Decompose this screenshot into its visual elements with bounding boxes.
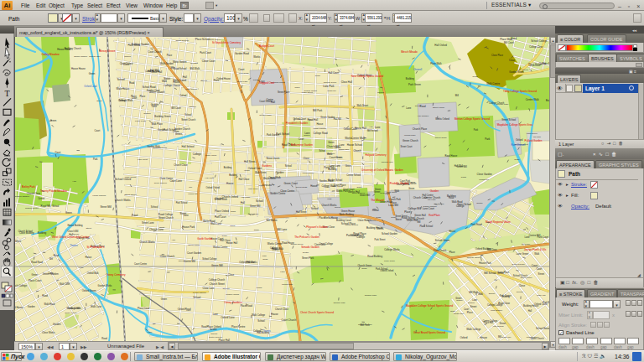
svg-text:House House: House House — [71, 67, 86, 70]
svg-text:Park: Park — [485, 137, 491, 141]
svg-text:Lane: Lane — [472, 298, 477, 302]
svg-text:Close: Close — [518, 284, 525, 287]
svg-text:Street Close: Street Close — [435, 137, 447, 139]
svg-text:Place Court: Place Court — [138, 307, 150, 310]
svg-text:Park Court: Park Court — [346, 234, 358, 237]
svg-text:Church: Church — [200, 80, 208, 82]
svg-text:Hall: Hall — [241, 201, 245, 204]
svg-text:Walk Green: Walk Green — [527, 132, 538, 135]
svg-text:Place: Place — [167, 54, 173, 57]
svg-text:Green Works: Green Works — [188, 244, 200, 246]
svg-text:University of Oxford Botanic G: University of Oxford Botanic Garden — [361, 168, 403, 172]
svg-text:Green: Green — [31, 273, 38, 277]
svg-text:Place Oxford: Place Oxford — [215, 209, 229, 213]
svg-text:The Pelican's Garden: The Pelican's Garden — [294, 235, 319, 239]
svg-text:Centre: Centre — [303, 251, 309, 254]
svg-text:Rugged Oast: Rugged Oast — [259, 81, 274, 85]
svg-text:Court Green: Court Green — [259, 100, 272, 103]
svg-text:Street Place: Street Place — [278, 90, 290, 94]
svg-text:Road Park: Road Park — [454, 313, 465, 315]
svg-text:Building: Building — [229, 173, 237, 177]
svg-text:Walk Centre: Walk Centre — [486, 82, 500, 85]
svg-text:Close Place: Close Place — [491, 54, 504, 57]
svg-text:Walk House: Walk House — [117, 87, 130, 90]
svg-text:Garden: Garden — [189, 106, 196, 108]
svg-text:Mill Place: Mill Place — [522, 243, 531, 246]
svg-text:Simods Garden: Simods Garden — [301, 246, 319, 249]
svg-text:Road: Road — [201, 325, 207, 328]
svg-text:Lane: Lane — [406, 106, 411, 110]
svg-text:Lane: Lane — [213, 313, 219, 316]
svg-text:Lane Green: Lane Green — [517, 252, 529, 256]
svg-text:Road: Road — [473, 75, 478, 78]
svg-text:Green: Green — [408, 187, 415, 190]
svg-text:Works Hall: Works Hall — [348, 190, 360, 194]
svg-text:Oxford Canal: Oxford Canal — [84, 85, 97, 88]
svg-text:Walk: Walk — [262, 255, 267, 257]
svg-text:Street: Street — [538, 272, 545, 276]
svg-text:School: School — [319, 149, 326, 153]
svg-text:Court Church: Court Church — [148, 50, 162, 54]
svg-text:Close Hall: Close Hall — [151, 70, 163, 74]
svg-text:The Mound: The Mound — [371, 199, 384, 202]
svg-text:Hall Lane: Hall Lane — [242, 196, 251, 199]
svg-text:House: House — [271, 313, 278, 316]
svg-text:Centre School: Centre School — [346, 173, 361, 177]
svg-text:Mill Building: Mill Building — [529, 65, 541, 67]
svg-text:School Street: School Street — [435, 239, 449, 242]
svg-text:Mill Lane: Mill Lane — [428, 199, 436, 201]
svg-text:School House: School House — [536, 327, 549, 330]
svg-text:House Road: House Road — [57, 48, 71, 51]
svg-text:Walk College: Walk College — [252, 313, 266, 317]
svg-text:School: School — [256, 199, 263, 203]
svg-text:Centre Mill: Centre Mill — [528, 234, 540, 237]
svg-text:Road House: Road House — [15, 306, 23, 309]
svg-text:Centre: Centre — [38, 197, 45, 200]
svg-text:Green: Green — [175, 132, 182, 136]
svg-text:Mill Park: Mill Park — [533, 136, 542, 138]
svg-text:Street Street: Street Street — [124, 194, 136, 196]
svg-text:Street Street: Street Street — [395, 215, 408, 218]
svg-text:Garden: Garden — [430, 189, 439, 193]
svg-text:Walk Place: Walk Place — [248, 188, 259, 190]
svg-text:Court Church: Court Church — [282, 318, 297, 322]
svg-text:Place Centre: Place Centre — [231, 325, 246, 328]
svg-text:Court: Court — [230, 225, 235, 227]
svg-text:Thames: Thames — [262, 329, 271, 333]
svg-text:School: School — [456, 299, 463, 302]
svg-text:Oxford Walk: Oxford Walk — [87, 272, 100, 275]
svg-text:Close: Close — [514, 158, 520, 161]
svg-text:Walk Place: Walk Place — [152, 122, 164, 126]
svg-text:House Garden: House Garden — [313, 127, 326, 130]
svg-text:Works Mill: Works Mill — [188, 193, 198, 195]
svg-text:Works House: Works House — [324, 216, 338, 220]
svg-text:Walk College: Walk College — [466, 328, 481, 331]
svg-text:Garden: Garden — [276, 171, 284, 174]
svg-text:College: College — [193, 153, 201, 156]
svg-text:Close Church: Close Church — [434, 249, 447, 252]
svg-text:Garden Church: Garden Church — [174, 127, 191, 131]
svg-text:Oxford Building: Oxford Building — [475, 247, 491, 251]
svg-text:House: House — [226, 182, 234, 185]
svg-text:Walk Garden: Walk Garden — [160, 62, 174, 65]
svg-text:Oxford: Oxford — [460, 336, 467, 339]
svg-text:Close Garden: Close Garden — [154, 182, 168, 184]
svg-text:Court College: Court College — [319, 242, 333, 246]
svg-text:School: School — [193, 296, 200, 299]
svg-text:Place School: Place School — [195, 38, 210, 41]
svg-text:College Green: College Green — [324, 81, 337, 84]
svg-text:Centre: Centre — [476, 202, 483, 204]
svg-text:Church Place: Church Place — [413, 127, 428, 131]
svg-text:Hall Street: Hall Street — [244, 160, 256, 163]
svg-text:Lane Court: Lane Court — [423, 207, 434, 210]
svg-text:Oxford Green: Oxford Green — [82, 289, 96, 292]
svg-text:Green Lane: Green Lane — [237, 80, 248, 83]
svg-text:Garden Place: Garden Place — [319, 179, 334, 183]
svg-text:Place Road: Place Road — [527, 336, 538, 339]
svg-text:Hall Court: Hall Court — [328, 71, 339, 75]
svg-text:Street: Street — [374, 190, 380, 194]
svg-text:Mill: Mill — [455, 94, 460, 97]
svg-text:College College: College College — [487, 303, 503, 307]
svg-text:College: College — [253, 329, 262, 333]
svg-text:Road: Road — [101, 337, 107, 340]
